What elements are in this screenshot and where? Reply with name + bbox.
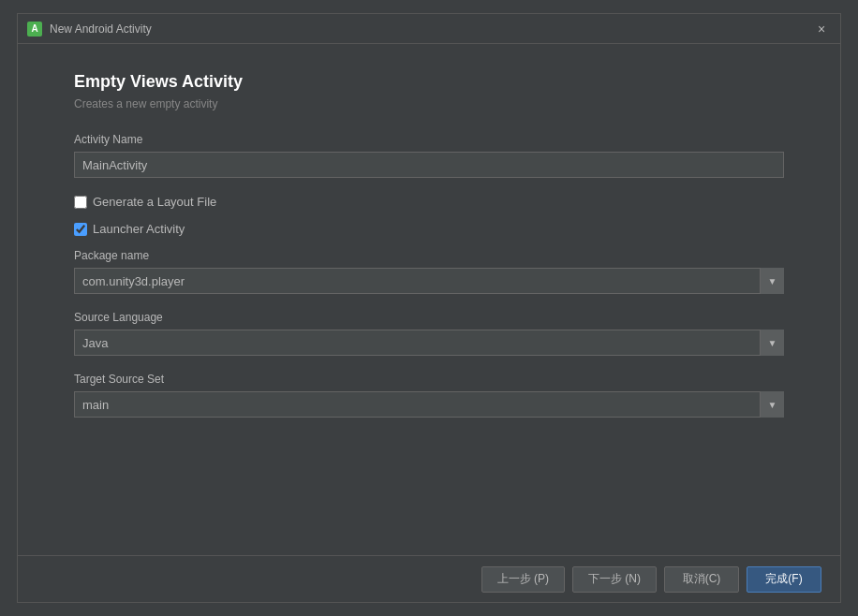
new-android-activity-dialog: A New Android Activity × Empty Views Act… <box>17 13 841 603</box>
section-title: Empty Views Activity <box>74 72 784 92</box>
close-button[interactable]: × <box>812 20 831 38</box>
launcher-activity-label[interactable]: Launcher Activity <box>93 222 185 236</box>
package-name-label: Package name <box>74 249 784 262</box>
cancel-button[interactable]: 取消(C) <box>664 566 739 593</box>
generate-layout-group: Generate a Layout File <box>74 195 784 209</box>
source-language-group: Source Language Java Kotlin ▼ <box>74 311 784 356</box>
android-studio-icon: A <box>27 22 42 37</box>
target-source-set-select[interactable]: main <box>74 391 784 418</box>
dialog-title: New Android Activity <box>50 22 152 36</box>
source-language-select[interactable]: Java Kotlin <box>74 330 784 356</box>
launcher-activity-group: Launcher Activity <box>74 222 784 236</box>
title-bar: A New Android Activity × <box>18 14 840 44</box>
package-name-input[interactable] <box>74 268 784 294</box>
package-name-group: Package name ▼ <box>74 249 784 294</box>
section-subtitle: Creates a new empty activity <box>74 97 784 110</box>
activity-name-group: Activity Name <box>74 133 784 178</box>
content-area: Empty Views Activity Creates a new empty… <box>18 44 840 555</box>
activity-name-label: Activity Name <box>74 133 784 146</box>
prev-button[interactable]: 上一步 (P) <box>481 566 565 593</box>
generate-layout-checkbox[interactable] <box>74 196 87 209</box>
source-language-wrapper: Java Kotlin ▼ <box>74 330 784 356</box>
launcher-activity-checkbox[interactable] <box>74 223 87 236</box>
package-name-wrapper: ▼ <box>74 268 784 294</box>
footer: 上一步 (P) 下一步 (N) 取消(C) 完成(F) <box>18 555 840 602</box>
source-language-label: Source Language <box>74 311 784 324</box>
title-bar-left: A New Android Activity <box>27 22 152 37</box>
activity-name-input[interactable] <box>74 152 784 178</box>
target-source-set-wrapper: main ▼ <box>74 391 784 418</box>
generate-layout-label[interactable]: Generate a Layout File <box>93 195 216 209</box>
next-button[interactable]: 下一步 (N) <box>572 566 657 593</box>
finish-button[interactable]: 完成(F) <box>747 566 821 593</box>
dialog-backdrop: A New Android Activity × Empty Views Act… <box>0 0 858 616</box>
target-source-set-group: Target Source Set main ▼ <box>74 373 784 418</box>
target-source-set-label: Target Source Set <box>74 373 784 386</box>
